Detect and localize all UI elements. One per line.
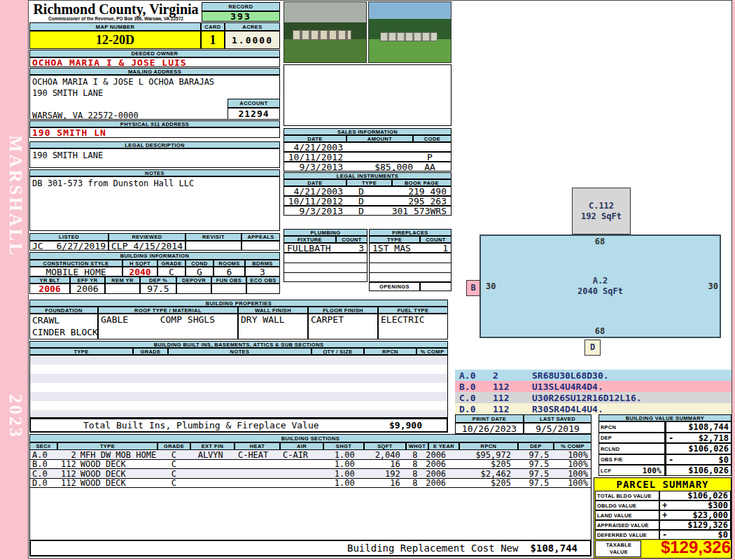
building-section-row: D.0 112 WOOD DECK C 1.00 16 8 2006 $205 …	[29, 479, 592, 488]
vector-qty: 112	[493, 404, 532, 414]
bvs-amount: $108,744	[688, 422, 729, 432]
bs-air-header: AIR	[280, 442, 323, 450]
bs-eyear-header: E YEAR	[428, 442, 459, 450]
bs-dep: 97.5	[515, 478, 555, 488]
physical-address-value: 190 SMITH LN	[29, 127, 280, 138]
bs-grade: C	[158, 459, 190, 469]
cond-header: COND	[186, 260, 214, 267]
bs-sqft: 2,040	[360, 450, 405, 460]
account-header: ACCOUNT	[227, 99, 280, 108]
fireplace-type-header: TYPE	[369, 236, 420, 243]
bs-comp-header: % COMP	[554, 442, 592, 450]
vector-qty: 112	[493, 393, 532, 403]
bvs-value: $106,026	[665, 465, 732, 476]
roof-value: GABLECOMP SHGLS	[98, 314, 238, 340]
fuel-type-header: FUEL TYPE	[378, 307, 448, 314]
bs-extfin-header: EXT FIN	[190, 442, 234, 450]
bvs-amount: $0	[719, 455, 729, 465]
property-photo-2[interactable]	[368, 1, 451, 63]
fireplace-row: 1ST MAS1	[369, 243, 451, 253]
county-title: Richmond County, Virginia	[31, 1, 201, 17]
bs-shgt: 1.00	[316, 450, 360, 460]
bi-qty-header: QTY / SIZE	[312, 348, 364, 355]
record-header: RECORD	[202, 2, 280, 11]
bs-comp: 100%	[554, 459, 591, 469]
bvs-label: RPCN	[598, 421, 665, 433]
appeals-header: APPEALS	[241, 233, 280, 241]
wall-finish-header: WALL FINISH	[238, 307, 308, 314]
bvs-label-text: OBS F/E	[601, 456, 622, 463]
openings-label: OPENINGS	[369, 282, 420, 291]
vendor-watermark: MARSHALL	[2, 112, 26, 280]
ps-sign: +	[662, 510, 667, 520]
built-ins-total-label: Total Built Ins, Plumbing & Fireplace Va…	[83, 420, 319, 430]
taxable-value-label: TAXABLE VALUE	[595, 540, 641, 557]
ps-amount: $106,026	[687, 491, 728, 500]
bs-eyear: 2006	[426, 469, 455, 479]
mailing-address-header: MAILING ADDRESS	[29, 68, 280, 75]
sales-row: 9/3/2013 $85,000 AA	[284, 162, 451, 172]
bs-sqft: 16	[360, 459, 405, 469]
bs-sec: D.0	[30, 478, 59, 488]
legal-instrument-row: 9/3/2013 D 301 573WRS	[284, 206, 451, 216]
reviewed-tech: CLP	[111, 241, 127, 251]
bs-dep: 97.5	[515, 469, 555, 479]
grade-header: GRADE	[158, 260, 186, 267]
built-ins-empty-rows	[29, 355, 448, 418]
ecoobs-header: ECO OBS	[246, 276, 280, 284]
li-type: D	[343, 196, 379, 206]
bs-rpcn: $95,972	[455, 450, 515, 460]
li-type: D	[343, 206, 379, 216]
print-date-value: 10/26/2023	[455, 423, 524, 434]
bs-grade: C	[158, 469, 190, 479]
bs-rpcn-header: RPCN	[459, 442, 518, 450]
bs-eyear: 2006	[426, 459, 455, 469]
card-value: 1	[201, 31, 225, 49]
hsqft-header: H SQFT	[122, 260, 158, 267]
sketch-a-sqft: 2040 SqFt	[578, 286, 623, 297]
bs-shgt: 1.00	[316, 459, 360, 469]
sale-date: 10/11/2012	[284, 152, 343, 162]
appeals-value	[241, 241, 280, 251]
replacement-cost-value: $108,744	[531, 542, 578, 554]
ps-label: TOTAL BLDG VALUE	[595, 491, 659, 500]
li-bookpage-header: BOOK PAGE	[392, 179, 451, 186]
sketch-c-label: C.112	[589, 201, 614, 211]
roof-material-value: COMP SHGLS	[160, 314, 234, 325]
li-date: 10/11/2012	[284, 196, 343, 206]
listed-value: JC6/27/2019	[29, 241, 108, 251]
bs-sec: A.0	[30, 450, 59, 460]
bs-whgt: 8	[405, 450, 426, 460]
bs-rpcn: $205	[455, 478, 515, 488]
foundation-value: CRAWL CINDER BLOCK	[29, 314, 98, 340]
reviewed-value: CLP4/15/2014	[108, 241, 186, 251]
ps-amount: $129,326	[687, 520, 728, 530]
bs-type-header: TYPE	[57, 442, 158, 450]
bs-sec-header: SEC#	[29, 442, 57, 450]
bvs-sign: -	[668, 433, 673, 443]
bdrms-header: BDRMS	[245, 260, 280, 267]
bs-type-desc: WOOD DECK	[76, 459, 158, 469]
photo1-sky	[284, 2, 366, 22]
record-value: 393	[202, 11, 280, 22]
vector-qty: 112	[493, 382, 532, 392]
openings-value	[420, 282, 451, 291]
ecoobs-value	[246, 284, 280, 294]
bi-grade-header: GRADE	[133, 348, 168, 355]
fireplace-count-header: COUNT	[420, 236, 451, 243]
bvs-label-text: RCLND	[601, 446, 620, 452]
last-saved-header: LAST SAVED	[524, 414, 592, 423]
account-value: 21294	[227, 108, 280, 120]
bs-type-desc: MFH DW MOB HOME	[76, 450, 158, 460]
notes-value: DB 301-573 from Dunston Hall LLC	[29, 176, 280, 231]
built-ins-total-value: $9,900	[389, 420, 422, 430]
acres-header: ACRES	[225, 22, 280, 31]
funobs-header: FUN OBS	[211, 276, 246, 284]
property-photo-1[interactable]	[284, 1, 367, 63]
sale-date: 9/3/2013	[284, 162, 343, 172]
bs-type-code: 112	[59, 459, 76, 469]
bs-rpcn: $2,462	[455, 469, 515, 479]
rooms-header: ROOMS	[214, 260, 245, 267]
fixture-value: FULLBATH	[287, 243, 331, 253]
bs-sec: C.0	[30, 469, 59, 479]
